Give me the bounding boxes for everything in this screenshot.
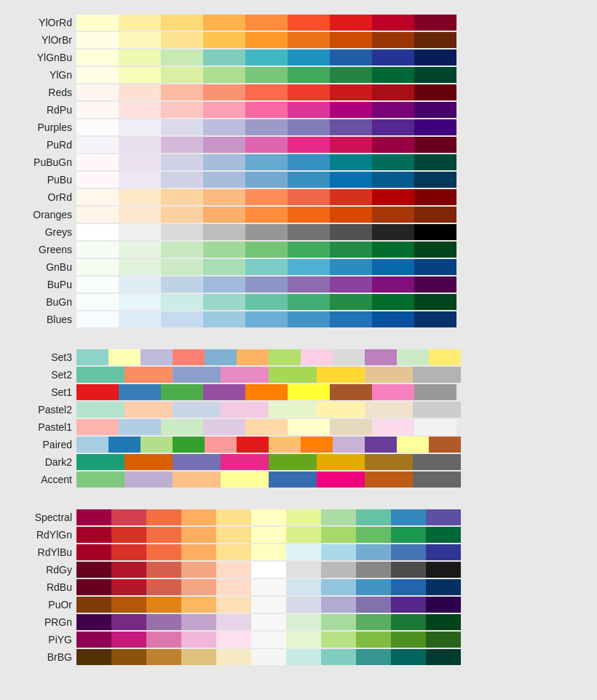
color-swatch [245, 154, 288, 170]
colormap-label: PuBu [15, 174, 76, 186]
color-swatch [330, 384, 372, 400]
color-swatch [288, 102, 330, 118]
colormap-row: Paired [15, 437, 582, 453]
color-swatch [414, 294, 456, 310]
colormap-swatches [76, 367, 461, 383]
color-swatch [76, 649, 111, 665]
color-swatch [356, 632, 391, 648]
colormap-swatches [76, 632, 461, 648]
color-swatch [203, 172, 245, 188]
color-swatch [161, 137, 203, 153]
color-swatch [181, 649, 216, 665]
colormap-swatches [76, 242, 456, 258]
colormap-label: YlOrRd [15, 17, 76, 28]
color-swatch [203, 419, 245, 435]
colormap-row: Set2 [15, 367, 582, 383]
color-swatch [330, 311, 372, 327]
color-swatch [414, 207, 456, 223]
color-swatch [288, 259, 330, 275]
color-swatch [173, 472, 221, 488]
color-swatch [203, 311, 245, 327]
section-sequential: YlOrRdYlOrBrYlGnBuYlGnRedsRdPuPurplesPuR… [15, 15, 582, 327]
colormap-row: Greys [15, 224, 582, 240]
colormap-label: Purples [15, 122, 76, 133]
color-swatch [111, 562, 146, 578]
color-swatch [372, 119, 414, 135]
color-swatch [203, 15, 245, 31]
color-swatch [426, 579, 461, 595]
color-swatch [414, 189, 456, 205]
colormap-label: BuGn [15, 296, 76, 308]
color-swatch [146, 649, 181, 665]
colormap-row: YlOrRd [15, 15, 582, 31]
color-swatch [203, 224, 245, 240]
colormap-row: GnBu [15, 259, 582, 275]
colormap-row: PuOr [15, 597, 582, 613]
color-swatch [372, 84, 414, 100]
color-swatch [426, 632, 461, 648]
color-swatch [269, 454, 317, 470]
color-swatch [414, 419, 456, 435]
color-swatch [221, 402, 269, 418]
color-swatch [372, 172, 414, 188]
color-swatch [356, 509, 391, 525]
color-swatch [391, 632, 426, 648]
color-swatch [76, 437, 108, 453]
color-swatch [161, 207, 203, 223]
colormap-swatches [76, 402, 461, 418]
color-swatch [161, 277, 203, 293]
color-swatch [76, 384, 119, 400]
color-swatch [76, 224, 119, 240]
color-swatch [124, 367, 173, 383]
colormap-label: PRGn [15, 616, 76, 628]
colormap-label: Accent [15, 474, 76, 485]
color-swatch [330, 119, 372, 135]
color-swatch [391, 597, 426, 613]
color-swatch [76, 242, 119, 258]
colormap-row: YlOrBr [15, 32, 582, 48]
color-swatch [119, 277, 161, 293]
color-swatch [76, 259, 119, 275]
colormap-label: RdYlGn [15, 529, 76, 541]
color-swatch [161, 15, 203, 31]
color-swatch [330, 84, 372, 100]
color-swatch [330, 419, 372, 435]
color-swatch [76, 137, 119, 153]
color-swatch [119, 242, 161, 258]
colormap-row: OrRd [15, 189, 582, 205]
color-swatch [397, 437, 429, 453]
colormap-row: BuGn [15, 294, 582, 310]
colormap-row: PuBuGn [15, 154, 582, 170]
color-swatch [216, 597, 251, 613]
color-swatch [330, 137, 372, 153]
color-swatch [245, 311, 288, 327]
colormap-label: Reds [15, 87, 76, 98]
color-swatch [76, 562, 111, 578]
colormap-swatches [76, 454, 461, 470]
color-swatch [146, 509, 181, 525]
colormap-swatches [76, 102, 456, 118]
colormap-row: Pastel1 [15, 419, 582, 435]
colormap-row: Dark2 [15, 454, 582, 470]
colormap-label: GnBu [15, 261, 76, 273]
colormap-swatches [76, 597, 461, 613]
colormap-swatches [76, 32, 456, 48]
color-swatch [203, 119, 245, 135]
colormap-label: BrBG [15, 651, 76, 663]
color-swatch [119, 84, 161, 100]
color-swatch [330, 172, 372, 188]
color-swatch [317, 454, 365, 470]
colormap-row: RdGy [15, 562, 582, 578]
color-swatch [330, 49, 372, 65]
colormap-label: Blues [15, 314, 76, 325]
color-swatch [321, 544, 356, 560]
color-swatch [203, 137, 245, 153]
color-swatch [173, 454, 221, 470]
colormap-row: Pastel2 [15, 402, 582, 418]
color-swatch [321, 579, 356, 595]
color-swatch [76, 419, 119, 435]
color-swatch [317, 402, 365, 418]
color-swatch [372, 277, 414, 293]
color-swatch [414, 137, 456, 153]
colormap-row: PiYG [15, 632, 582, 648]
